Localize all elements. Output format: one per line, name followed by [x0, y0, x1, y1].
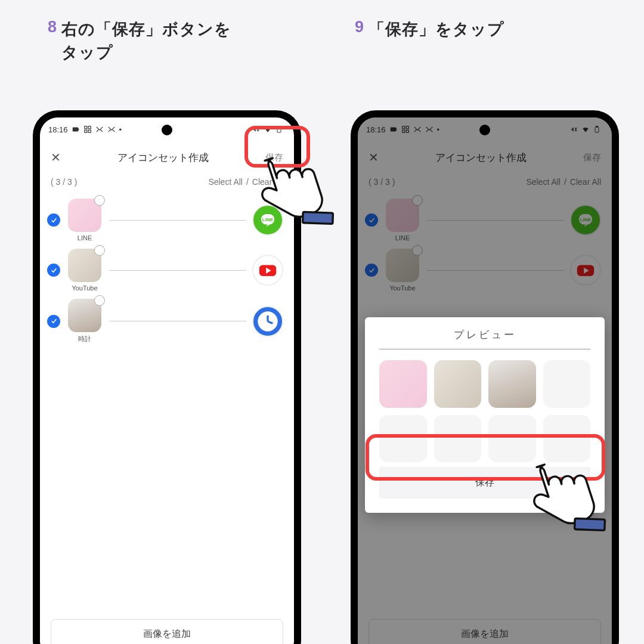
- preview-cell-empty: [379, 415, 427, 463]
- list-item[interactable]: YouTube: [40, 245, 294, 295]
- preview-cell: [379, 360, 427, 408]
- connector-line: [109, 270, 246, 271]
- mail-icon: [107, 125, 116, 134]
- camera-notch: [162, 125, 172, 135]
- thumb-label: YouTube: [72, 284, 97, 292]
- svg-rect-3: [88, 126, 91, 129]
- selection-counter: ( 3 / 3 ): [51, 177, 77, 187]
- step-number-9: 9: [355, 18, 364, 36]
- custom-icon-thumb[interactable]: YouTube: [66, 249, 103, 292]
- checkbox-checked-icon[interactable]: [47, 315, 60, 328]
- step-number-8: 8: [48, 18, 57, 36]
- grid-icon: [83, 125, 92, 134]
- custom-icon-thumb[interactable]: 時計: [66, 299, 103, 343]
- dialog-title: プレビュー: [379, 328, 590, 349]
- bottom-button-area: 画像を追加: [40, 611, 294, 644]
- clear-thumb-icon[interactable]: [94, 245, 105, 256]
- svg-rect-26: [575, 518, 605, 530]
- svg-rect-4: [84, 130, 86, 132]
- thumb-label: LINE: [78, 234, 92, 242]
- add-image-button[interactable]: 画像を追加: [51, 619, 283, 644]
- status-time: 18:16: [48, 125, 68, 134]
- battery-icon: [72, 125, 80, 134]
- clock-app-icon: [252, 306, 283, 337]
- preview-grid: [379, 360, 590, 462]
- checkbox-checked-icon[interactable]: [47, 264, 60, 277]
- preview-cell: [488, 360, 536, 408]
- step-text-8: 右の「保存」ボタンを タップ: [61, 18, 231, 64]
- svg-rect-25: [303, 212, 333, 224]
- thumb-label: 時計: [78, 335, 91, 343]
- mail-icon: [95, 125, 104, 134]
- connector-line: [109, 220, 246, 221]
- phone-screen-right: 18:16 •: [358, 117, 612, 644]
- step-9-header: 9 「保存」をタップ: [355, 18, 504, 41]
- svg-rect-7: [278, 126, 280, 128]
- preview-cell-empty: [488, 415, 536, 463]
- clear-thumb-icon[interactable]: [94, 195, 105, 206]
- battery-outline-icon: [275, 125, 283, 134]
- step-text-9: 「保存」をタップ: [369, 18, 504, 41]
- close-icon[interactable]: ✕: [51, 150, 61, 165]
- step-8-header: 8 右の「保存」ボタンを タップ: [48, 18, 231, 64]
- list-item[interactable]: 時計: [40, 295, 294, 347]
- custom-icon-thumb[interactable]: LINE: [66, 199, 103, 242]
- phone-mockup-right: 18:16 •: [351, 110, 619, 644]
- page-title: アイコンセット作成: [117, 151, 209, 165]
- select-all-button[interactable]: Select All: [208, 177, 243, 187]
- clear-thumb-icon[interactable]: [94, 295, 105, 306]
- checkbox-checked-icon[interactable]: [47, 213, 60, 227]
- preview-cell-empty: [543, 360, 591, 408]
- svg-rect-1: [78, 128, 79, 131]
- preview-cell: [434, 360, 482, 408]
- svg-rect-2: [84, 126, 86, 129]
- svg-rect-5: [88, 130, 91, 132]
- youtube-app-icon: [252, 255, 283, 286]
- connector-line: [109, 321, 246, 321]
- wifi-icon: [264, 125, 272, 134]
- mute-icon: [252, 125, 261, 134]
- status-dot: •: [119, 125, 122, 134]
- svg-rect-0: [72, 128, 78, 132]
- preview-cell-empty: [434, 415, 482, 463]
- svg-rect-6: [277, 127, 281, 132]
